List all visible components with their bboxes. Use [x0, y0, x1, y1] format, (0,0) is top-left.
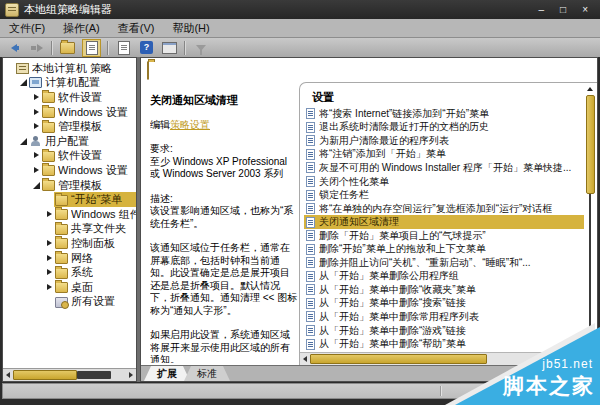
edit-prefix: 编辑 [150, 119, 170, 130]
folder-icon [55, 195, 68, 206]
settings-list-item[interactable]: 从「开始」菜单删除公用程序组 [304, 270, 584, 284]
settings-item-label: 从「开始」菜单删除公用程序组 [319, 269, 459, 283]
tree-item[interactable]: Windows 设置 [3, 163, 136, 178]
tab-standard[interactable]: 标准 [184, 366, 230, 381]
settings-list-item[interactable]: 删除「开始」菜单项目上的“气球提示” [304, 229, 584, 243]
expander-collapsed-icon[interactable] [32, 122, 41, 131]
settings-list-item[interactable]: 关闭通知区域清理 [304, 215, 584, 229]
settings-item-label: 删除并阻止访问“关机”、“重新启动”、“睡眠”和“... [319, 256, 531, 270]
settings-list-item[interactable]: 锁定任务栏 [304, 188, 584, 202]
settings-list-item[interactable]: 将“搜索 Internet”链接添加到“开始”菜单 [304, 107, 584, 121]
expander-collapsed-icon[interactable] [32, 166, 41, 175]
scrollbar-thumb[interactable] [310, 354, 487, 364]
settings-item-label: 从「开始」菜单中删除“搜索”链接 [319, 296, 466, 310]
tree-item[interactable]: 管理模板 [3, 178, 136, 193]
policy-setting-icon [306, 149, 315, 160]
tree-item[interactable]: 软件设置 [3, 90, 136, 105]
expander-collapsed-icon[interactable] [45, 283, 54, 292]
settings-vertical-scrollbar[interactable] [586, 87, 594, 349]
expander-collapsed-icon[interactable] [32, 151, 41, 160]
menu-view[interactable]: 查看(V) [109, 20, 164, 37]
help-icon[interactable]: ? [138, 40, 155, 56]
tree-item-body: 本地计算机 策略 [15, 61, 136, 76]
filter-icon[interactable] [192, 40, 209, 56]
tree-item-body: 管理模板 [41, 178, 136, 193]
settings-list-item[interactable]: 退出系统时清除最近打开的文档的历史 [304, 121, 584, 135]
settings-list-item[interactable]: 从「开始」菜单中删除常用程序列表 [304, 310, 584, 324]
settings-list-item[interactable]: 删除并阻止访问“关机”、“重新启动”、“睡眠”和“... [304, 256, 584, 270]
tree-item-body: 软件设置 [41, 149, 136, 164]
tree-item[interactable]: 所有设置 [3, 295, 136, 310]
new-window-icon[interactable] [161, 40, 178, 56]
settings-list-item[interactable]: 删除“开始”菜单上的拖放和上下文菜单 [304, 242, 584, 256]
tree-item[interactable]: 系统 [3, 265, 136, 280]
folder-icon [42, 180, 55, 191]
window-title: 本地组策略编辑器 [24, 2, 112, 17]
settings-list-item[interactable]: 从「开始」菜单中删除“收藏夹”菜单 [304, 283, 584, 297]
tab-extended[interactable]: 扩展 [144, 366, 190, 381]
settings-list-item[interactable]: 关闭个性化菜单 [304, 175, 584, 189]
menu-action[interactable]: 操作(A) [54, 20, 109, 37]
settings-list-item[interactable]: 从「开始」菜单中删除“搜索”链接 [304, 297, 584, 311]
policy-setting-icon [306, 257, 315, 268]
expander-collapsed-icon[interactable] [45, 239, 54, 248]
settings-horizontal-scrollbar[interactable] [300, 352, 587, 365]
settings-item-label: 将“在单独的内存空间运行”复选框添加到“运行”对话框 [319, 202, 552, 216]
export-list-icon[interactable] [115, 40, 132, 56]
tree-item-body: 网络 [54, 251, 136, 266]
settings-column-header[interactable]: 设置 [312, 90, 334, 105]
all-settings-icon [55, 297, 68, 308]
settings-item-label: 从「开始」菜单中删除“游戏”链接 [319, 324, 466, 338]
settings-list-item[interactable]: 灰显不可用的 Windows Installer 程序「开始」菜单快捷... [304, 161, 584, 175]
settings-list-item[interactable]: 从「开始」菜单中删除“帮助”菜单 [304, 337, 584, 351]
expander-expanded-icon[interactable] [32, 181, 41, 190]
expander-collapsed-icon[interactable] [45, 254, 54, 263]
tree-item[interactable]: 用户配置 [3, 134, 136, 149]
tree-item[interactable]: 网络 [3, 251, 136, 266]
tree-item[interactable]: 软件设置 [3, 149, 136, 164]
tree-item[interactable]: 本地计算机 策略 [3, 61, 136, 76]
tree-item[interactable]: “开始”菜单 [3, 192, 136, 207]
tree-item[interactable]: 共享文件夹 [3, 222, 136, 237]
scrollbar-thumb[interactable] [13, 370, 77, 380]
tree-item-body: 桌面 [54, 280, 136, 295]
menu-help[interactable]: 帮助(H) [163, 20, 218, 37]
tree-horizontal-scrollbar[interactable] [3, 368, 136, 381]
settings-list-item[interactable]: 将“注销”添加到「开始」菜单 [304, 148, 584, 162]
tree-item[interactable]: 桌面 [3, 280, 136, 295]
expander-collapsed-icon[interactable] [32, 108, 41, 117]
expander-expanded-icon[interactable] [19, 78, 28, 87]
edit-policy-setting-link[interactable]: 策略设置 [170, 119, 210, 130]
forward-icon[interactable] [28, 40, 45, 56]
scrollbar-thumb[interactable] [586, 95, 595, 194]
scroll-right-icon[interactable] [129, 372, 133, 378]
settings-list-item[interactable]: 将“在单独的内存空间运行”复选框添加到“运行”对话框 [304, 202, 584, 216]
tree-item[interactable]: 控制面板 [3, 236, 136, 251]
tree-item-body: 管理模板 [41, 119, 136, 134]
tree-item[interactable]: Windows 组件 [3, 207, 136, 222]
show-console-tree-icon[interactable] [59, 40, 76, 56]
scroll-left-icon[interactable] [6, 372, 10, 378]
tree-item[interactable]: 计算机配置 [3, 76, 136, 91]
computer-icon [29, 77, 42, 88]
expander-collapsed-icon[interactable] [32, 93, 41, 102]
settings-list-item[interactable]: 为新用户清除最近的程序列表 [304, 134, 584, 148]
scroll-left-icon[interactable] [303, 356, 307, 362]
scroll-up-icon[interactable] [587, 87, 593, 91]
properties-icon[interactable] [82, 39, 101, 57]
settings-list-item[interactable]: 从「开始」菜单中删除“游戏”链接 [304, 324, 584, 338]
tree-item[interactable]: Windows 设置 [3, 105, 136, 120]
policy-setting-icon [306, 311, 315, 322]
maximize-button[interactable]: □ [560, 4, 566, 15]
expander-collapsed-icon[interactable] [45, 268, 54, 277]
tree-item[interactable]: 管理模板 [3, 119, 136, 134]
minimize-button[interactable]: – [539, 4, 545, 15]
close-button[interactable]: × [582, 4, 588, 15]
expander-expanded-icon[interactable] [19, 137, 28, 146]
menu-file[interactable]: 文件(F) [0, 20, 54, 37]
settings-item-label: 关闭个性化菜单 [319, 175, 389, 189]
policy-description-panel: 关闭通知区域清理 编辑策略设置 要求: 至少 Windows XP Profes… [150, 94, 298, 363]
back-icon[interactable] [5, 40, 22, 56]
expander-collapsed-icon[interactable] [45, 210, 54, 219]
policy-setting-icon [306, 203, 315, 214]
